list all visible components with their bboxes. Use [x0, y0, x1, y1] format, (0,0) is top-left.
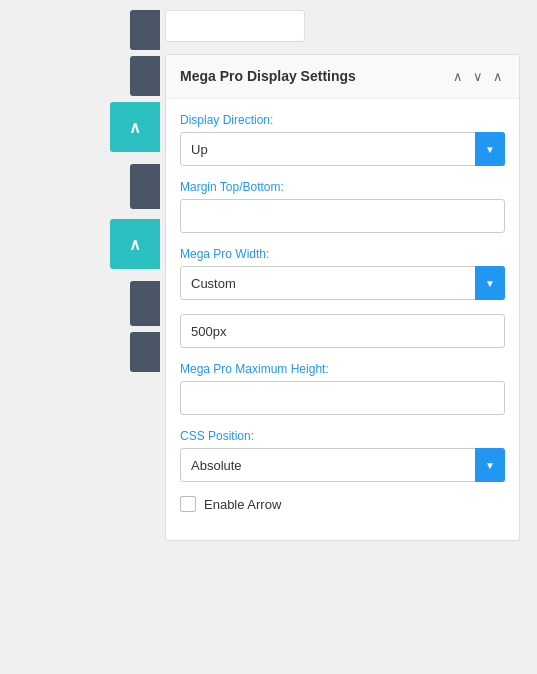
display-direction-field: Display Direction: Up Down Left Right ▼ [180, 113, 505, 166]
panel-title: Mega Pro Display Settings [180, 67, 356, 85]
mega-pro-max-height-input[interactable] [180, 381, 505, 415]
css-position-field: CSS Position: Absolute Relative Fixed ▼ [180, 429, 505, 482]
width-value-input[interactable] [180, 314, 505, 348]
enable-arrow-label: Enable Arrow [204, 497, 281, 512]
sidebar-block-top [130, 10, 160, 50]
mega-pro-width-select[interactable]: Custom Full Width Auto [180, 266, 505, 300]
sidebar-block-dark-4 [130, 332, 160, 372]
display-direction-select[interactable]: Up Down Left Right [180, 132, 505, 166]
top-input-bar [165, 10, 305, 42]
mega-pro-width-select-wrapper: Custom Full Width Auto ▼ [180, 266, 505, 300]
settings-panel: Mega Pro Display Settings ∧ ∨ ∧ Display … [165, 54, 520, 541]
mega-pro-width-label: Mega Pro Width: [180, 247, 505, 261]
header-up-small-icon[interactable]: ∧ [491, 67, 505, 86]
width-value-field [180, 314, 505, 348]
css-position-select-wrapper: Absolute Relative Fixed ▼ [180, 448, 505, 482]
header-up-icon[interactable]: ∧ [451, 67, 465, 86]
mega-pro-max-height-field: Mega Pro Maximum Height: [180, 362, 505, 415]
sidebar-teal-button-1[interactable]: ∧ [110, 102, 160, 152]
arrow-up-icon-1: ∧ [129, 118, 141, 137]
mega-pro-max-height-label: Mega Pro Maximum Height: [180, 362, 505, 376]
display-direction-label: Display Direction: [180, 113, 505, 127]
margin-top-bottom-input[interactable] [180, 199, 505, 233]
panel-header: Mega Pro Display Settings ∧ ∨ ∧ [166, 55, 519, 99]
sidebar-block-dark-3 [130, 281, 160, 326]
header-down-icon[interactable]: ∨ [471, 67, 485, 86]
display-direction-select-wrapper: Up Down Left Right ▼ [180, 132, 505, 166]
arrow-up-icon-2: ∧ [129, 235, 141, 254]
margin-top-bottom-label: Margin Top/Bottom: [180, 180, 505, 194]
sidebar-block-second [130, 56, 160, 96]
mega-pro-width-field: Mega Pro Width: Custom Full Width Auto ▼ [180, 247, 505, 300]
panel-body: Display Direction: Up Down Left Right ▼ … [166, 99, 519, 540]
enable-arrow-checkbox[interactable] [180, 496, 196, 512]
enable-arrow-field: Enable Arrow [180, 496, 505, 512]
margin-top-bottom-field: Margin Top/Bottom: [180, 180, 505, 233]
sidebar-block-dark-2 [130, 164, 160, 209]
sidebar-teal-button-2[interactable]: ∧ [110, 219, 160, 269]
header-icons: ∧ ∨ ∧ [451, 67, 505, 86]
css-position-select[interactable]: Absolute Relative Fixed [180, 448, 505, 482]
css-position-label: CSS Position: [180, 429, 505, 443]
